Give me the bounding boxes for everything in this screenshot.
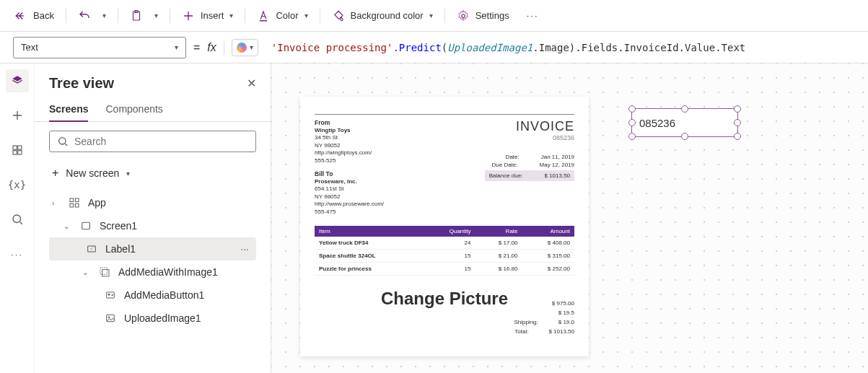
tree-node-addmedia[interactable]: ⌄ AddMediaWithImage1 — [49, 260, 256, 284]
resize-handle[interactable] — [734, 133, 741, 140]
invoice-number: 085236 — [485, 134, 574, 141]
gear-icon — [457, 9, 470, 22]
property-selector[interactable]: Text ▾ — [13, 37, 186, 58]
table-row: Yellow truck DF3424$ 17.00$ 408.00 — [315, 237, 574, 250]
screen-icon — [79, 219, 92, 232]
tree-view-panel: Tree view ✕ Screens Components + New scr… — [35, 63, 271, 373]
divider — [245, 9, 245, 23]
formula-input[interactable]: 'Invoice processing'.Predict(UploadedIma… — [266, 42, 855, 53]
rail-tree-button[interactable] — [6, 69, 29, 92]
ellipsis-icon: ··· — [527, 10, 539, 21]
divider — [170, 9, 170, 23]
undo-dropdown[interactable]: ▾ — [102, 12, 106, 19]
tree-node-app[interactable]: › App — [49, 191, 256, 214]
fx-param: UploadedImage1 — [447, 42, 532, 53]
svg-rect-17 — [102, 270, 109, 276]
image-icon — [104, 312, 117, 325]
divider — [444, 9, 445, 23]
label1-text: 085236 — [639, 117, 675, 129]
app-icon — [68, 196, 81, 209]
search-input[interactable] — [49, 131, 256, 152]
resize-handle[interactable] — [734, 105, 741, 113]
table-row: Space shuttle 324OL15$ 21.00$ 315.00 — [315, 250, 574, 263]
tab-screens[interactable]: Screens — [49, 97, 88, 122]
back-button[interactable]: Back — [14, 9, 54, 22]
plus-icon: + — [52, 167, 58, 180]
billto-label: Bill To — [315, 170, 384, 178]
back-label: Back — [33, 10, 54, 21]
canvas-screen[interactable]: From Wingtip Toys 34 5th St NY 98052 htt… — [300, 97, 589, 356]
bg-color-label: Background color — [351, 10, 424, 21]
search-field[interactable] — [74, 136, 248, 147]
resize-handle[interactable] — [734, 119, 741, 126]
insert-label: Insert — [201, 10, 224, 21]
copilot-icon — [237, 43, 247, 53]
bg-color-button[interactable]: Background color ▾ — [332, 9, 433, 22]
divider — [118, 9, 118, 23]
color-button[interactable]: Color ▾ — [257, 9, 307, 22]
property-value: Text — [21, 42, 38, 53]
equals-sign: = — [193, 41, 200, 54]
svg-point-9 — [59, 138, 66, 144]
color-label: Color — [276, 10, 298, 21]
tree-node-addbutton[interactable]: AddMediaButton1 — [49, 284, 256, 307]
chevron-right-icon: › — [52, 199, 61, 207]
resize-handle[interactable] — [628, 119, 636, 126]
search-icon — [57, 136, 69, 147]
svg-rect-15 — [88, 246, 96, 252]
svg-rect-4 — [13, 146, 17, 149]
formula-bar: Text ▾ = fx ▾ 'Invoice processing'.Predi… — [0, 32, 868, 63]
chevron-down-icon: ▾ — [429, 12, 433, 19]
search-icon — [11, 213, 24, 226]
tree-node-screen1[interactable]: ⌄ Screen1 — [49, 214, 256, 237]
fx-icon[interactable]: fx — [207, 41, 216, 54]
label1-control[interactable]: 085236 — [631, 108, 738, 137]
svg-rect-12 — [70, 203, 74, 207]
svg-point-19 — [108, 294, 110, 295]
divider — [66, 9, 66, 23]
more-button[interactable]: ··· — [527, 10, 539, 21]
resize-handle[interactable] — [681, 105, 688, 113]
copilot-button[interactable]: ▾ — [232, 39, 258, 56]
fx-string: 'Invoice processing' — [271, 42, 393, 53]
left-rail: {x} ··· — [0, 63, 35, 373]
canvas[interactable]: From Wingtip Toys 34 5th St NY 98052 htt… — [271, 63, 868, 373]
resize-handle[interactable] — [628, 105, 636, 113]
paste-button[interactable] — [130, 9, 143, 22]
node-label: Screen1 — [100, 220, 137, 232]
node-label: AddMediaWithImage1 — [118, 266, 218, 278]
svg-rect-2 — [260, 20, 268, 22]
svg-point-3 — [461, 14, 465, 17]
rail-more-button[interactable]: ··· — [6, 242, 29, 266]
arrow-left-icon — [14, 9, 27, 22]
svg-rect-14 — [82, 222, 90, 229]
close-icon[interactable]: ✕ — [247, 76, 256, 90]
chevron-down-icon: ▾ — [304, 12, 308, 19]
rail-insert-button[interactable] — [6, 104, 29, 127]
paint-bucket-icon — [332, 9, 345, 22]
chevron-down-icon: ⌄ — [63, 222, 72, 230]
chevron-down-icon: ▾ — [102, 12, 106, 19]
table-row: Puzzle for princess15$ 16.80$ 252.00 — [315, 263, 574, 276]
undo-button[interactable] — [78, 9, 91, 22]
invoice-totals: $ 975.00 $ 19.5 Shipping:$ 19.0 Total:$ … — [514, 299, 574, 336]
resize-handle[interactable] — [628, 133, 636, 140]
paste-dropdown[interactable]: ▾ — [154, 12, 158, 19]
rail-data-button[interactable] — [6, 139, 29, 162]
rail-search-button[interactable] — [6, 208, 29, 231]
node-more-button[interactable]: ··· — [236, 243, 253, 255]
resize-handle[interactable] — [681, 133, 688, 140]
variables-icon: {x} — [8, 179, 26, 190]
new-screen-label: New screen — [66, 167, 119, 179]
chevron-down-icon: ⌄ — [82, 268, 91, 276]
rail-vars-button[interactable]: {x} — [6, 173, 29, 196]
chevron-down-icon: ▾ — [229, 12, 233, 19]
tab-components[interactable]: Components — [105, 97, 162, 121]
tree-node-label1[interactable]: Label1 ··· — [49, 237, 256, 260]
insert-button[interactable]: Insert ▾ — [182, 9, 234, 22]
divider — [224, 40, 224, 55]
new-screen-button[interactable]: + New screen ▾ — [49, 161, 256, 185]
settings-button[interactable]: Settings — [457, 9, 509, 22]
from-label: From — [315, 119, 384, 127]
tree-node-uploadedimage[interactable]: UploadedImage1 — [49, 307, 256, 330]
